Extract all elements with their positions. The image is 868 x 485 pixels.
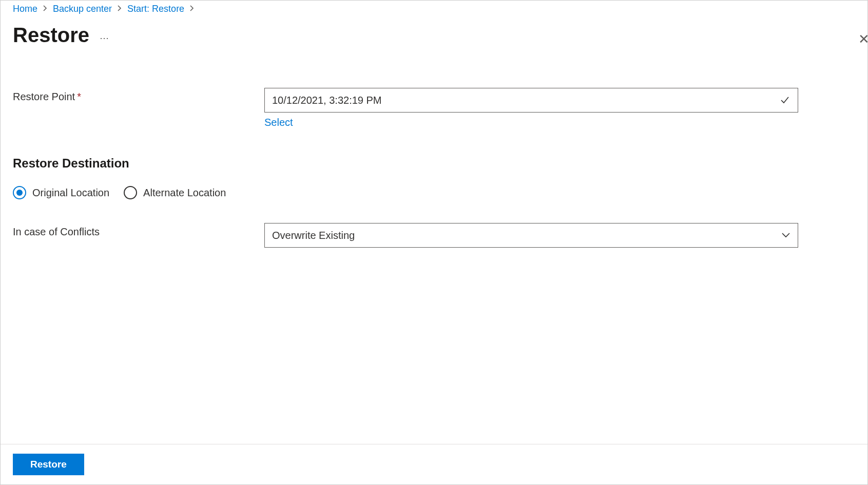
chevron-right-icon (117, 5, 122, 13)
select-restore-point-link[interactable]: Select (264, 117, 293, 128)
radio-icon-unselected (124, 186, 137, 199)
form-content: Restore Point* 10/12/2021, 3:32:19 PM Se… (1, 47, 867, 248)
check-icon (779, 95, 790, 106)
radio-icon-selected (13, 186, 26, 199)
radio-original-location[interactable]: Original Location (13, 186, 109, 199)
breadcrumb: Home Backup center Start: Restore (1, 1, 867, 14)
restore-point-label: Restore Point* (13, 88, 264, 103)
restore-button[interactable]: Restore (13, 454, 84, 475)
breadcrumb-home[interactable]: Home (13, 4, 37, 14)
chevron-down-icon (781, 232, 790, 238)
breadcrumb-start-restore[interactable]: Start: Restore (127, 4, 184, 14)
conflicts-value: Overwrite Existing (272, 230, 355, 241)
restore-point-row: Restore Point* 10/12/2021, 3:32:19 PM Se… (13, 88, 855, 128)
restore-destination-heading: Restore Destination (13, 156, 855, 171)
radio-alternate-location[interactable]: Alternate Location (124, 186, 226, 199)
radio-alternate-label: Alternate Location (143, 187, 226, 199)
radio-original-label: Original Location (32, 187, 109, 199)
page-title: Restore (13, 24, 89, 47)
chevron-right-icon (189, 5, 195, 13)
page-footer: Restore (1, 444, 867, 484)
conflicts-dropdown[interactable]: Overwrite Existing (264, 223, 798, 248)
restore-point-value: 10/12/2021, 3:32:19 PM (272, 95, 382, 106)
breadcrumb-backup-center[interactable]: Backup center (53, 4, 112, 14)
required-indicator: * (77, 91, 81, 102)
conflicts-row: In case of Conflicts Overwrite Existing (13, 223, 855, 248)
page-header: Restore ⋯ (1, 14, 867, 47)
more-menu-icon[interactable]: ⋯ (100, 32, 110, 44)
chevron-right-icon (43, 5, 48, 13)
destination-radio-group: Original Location Alternate Location (13, 186, 855, 199)
restore-point-field[interactable]: 10/12/2021, 3:32:19 PM (264, 88, 798, 113)
conflicts-label: In case of Conflicts (13, 223, 264, 238)
close-icon[interactable]: ✕ (858, 31, 868, 47)
